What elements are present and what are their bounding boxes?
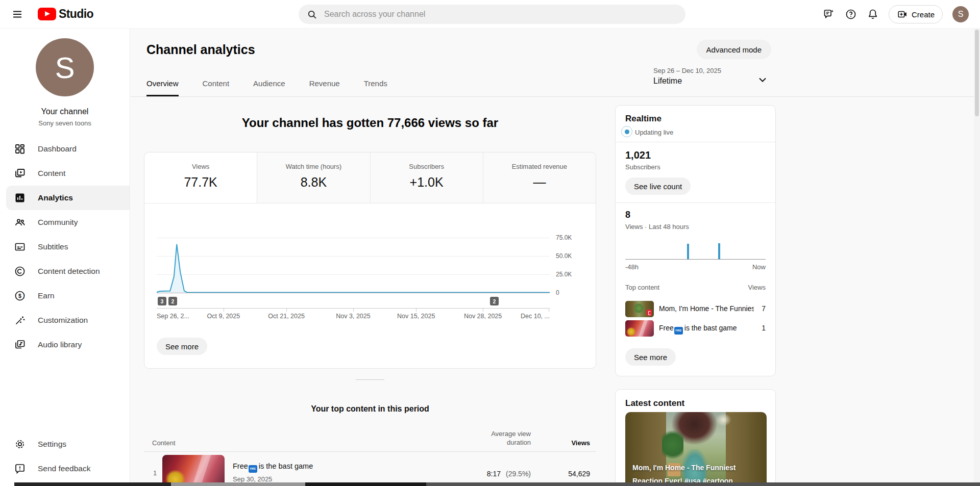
vertical-scrollbar[interactable] <box>974 29 980 482</box>
channel-name: Your channel <box>0 107 130 116</box>
x-tick-mark <box>224 309 224 312</box>
video-title-prefix: Free <box>659 324 674 332</box>
video-title: FreeFIREis the bast game <box>233 462 313 473</box>
title-badge-icon: FIRE <box>249 465 257 473</box>
latest-content-card: Latest content Mom, I'm Home - The Funni… <box>615 389 776 486</box>
realtime-content-row[interactable]: FreeFIREis the bast game 1 <box>625 320 766 337</box>
chevron-down-icon <box>756 73 769 86</box>
video-title-suffix: is the bast game <box>684 324 737 332</box>
hamburger-menu-icon[interactable] <box>11 8 23 20</box>
account-avatar[interactable]: S <box>952 6 969 22</box>
column-header-content[interactable]: Content <box>152 439 176 447</box>
metric-estimated-revenue[interactable]: Estimated revenue — <box>483 152 596 203</box>
sidebar-item-settings[interactable]: Settings <box>0 432 130 456</box>
audio-library-icon <box>14 339 26 351</box>
tab-trends[interactable]: Trends <box>364 79 387 96</box>
sidebar-item-send-feedback[interactable]: Send feedback <box>0 456 130 481</box>
advanced-mode-button[interactable]: Advanced mode <box>697 40 771 59</box>
see-more-button[interactable]: See more <box>157 338 207 355</box>
youtube-studio-logo[interactable]: Studio <box>38 7 93 21</box>
section-divider <box>356 379 384 380</box>
sidebar-item-label: Settings <box>38 440 66 449</box>
chart-y-axis-labels: 75.0K50.0K25.0K0 <box>556 228 592 293</box>
top-bar: Studio Create S <box>0 0 980 29</box>
chart-event-marker[interactable]: 3 <box>158 297 166 305</box>
see-live-count-button[interactable]: See live count <box>625 177 691 195</box>
chart-x-axis <box>157 308 550 312</box>
video-thumbnail: FREE FIRE <box>162 455 225 486</box>
x-tick-mark <box>549 309 549 312</box>
realtime-content-row[interactable]: Mom, I'm Home - The Funnies... 7 <box>625 301 766 317</box>
subtitles-icon <box>14 241 26 253</box>
views-line-chart <box>157 228 550 293</box>
sidebar-item-community[interactable]: Community <box>0 210 130 235</box>
metric-views[interactable]: Views 77.7K <box>144 152 257 203</box>
sidebar-item-label: Content detection <box>38 267 100 276</box>
views-cell: 54,629 <box>568 470 590 478</box>
realtime-axis-labels: -48h Now <box>625 263 766 271</box>
magic-wand-icon <box>14 314 26 326</box>
tab-audience[interactable]: Audience <box>253 79 285 96</box>
x-tick-label: Nov 3, 2025 <box>336 313 370 320</box>
table-row[interactable]: 1 FREE FIRE FreeFIREis the bast game Sep… <box>144 452 596 486</box>
channel-avatar[interactable]: S <box>36 38 94 96</box>
metric-value: 8.8K <box>257 175 370 190</box>
notifications-bell-icon[interactable] <box>867 8 879 20</box>
channel-subtitle: Sony seven toons <box>0 119 130 127</box>
video-thumbnail <box>625 301 654 317</box>
search-bar[interactable] <box>299 5 685 24</box>
sidebar-item-audio-library[interactable]: Audio library <box>0 332 130 357</box>
metric-watch-time[interactable]: Watch time (hours) 8.8K <box>257 152 370 203</box>
search-icon <box>307 9 317 20</box>
metric-label: Subscribers <box>371 163 483 170</box>
sidebar-nav: Dashboard Content Analytics Community Su… <box>0 137 130 357</box>
analytics-overview-panel: Your channel has gotten 77,666 views so … <box>131 97 980 486</box>
realtime-top-content-header: Top content Views <box>625 284 766 291</box>
channel-avatar-initial: S <box>55 50 75 85</box>
realtime-bar <box>718 243 720 259</box>
x-tick-label: Nov 15, 2025 <box>397 313 435 320</box>
help-icon[interactable] <box>845 8 857 20</box>
date-range-picker[interactable]: Sep 26 – Dec 10, 2025 Lifetime <box>653 67 769 86</box>
feedback-comment-icon[interactable] <box>823 8 835 20</box>
metric-subscribers[interactable]: Subscribers +1.0K <box>371 152 483 203</box>
column-header-avg-view-duration[interactable]: Average view duration <box>475 429 531 447</box>
sidebar-item-dashboard[interactable]: Dashboard <box>0 137 130 161</box>
chart-event-marker[interactable]: 2 <box>490 297 499 305</box>
tab-content[interactable]: Content <box>203 79 230 96</box>
sidebar-item-content[interactable]: Content <box>0 161 130 186</box>
main-content: Channel analytics Overview Content Audie… <box>131 29 980 486</box>
sidebar-item-subtitles[interactable]: Subtitles <box>0 235 130 259</box>
latest-video-thumbnail[interactable]: Mom, I'm Home - The Funniest Reaction Ev… <box>625 412 767 486</box>
video-views: 7 <box>762 304 766 313</box>
create-button-label: Create <box>912 10 935 19</box>
column-header-views[interactable]: Views <box>571 439 590 447</box>
sidebar-item-content-detection[interactable]: Content detection <box>0 259 130 284</box>
live-dot <box>625 130 629 134</box>
sidebar-item-earn[interactable]: $ Earn <box>0 284 130 308</box>
sidebar-item-label: Dashboard <box>38 144 77 154</box>
sidebar-item-analytics[interactable]: Analytics <box>6 186 130 210</box>
bottom-edge-strip <box>0 482 980 486</box>
top-content-table: Content Average view duration Views 1 FR… <box>144 431 596 486</box>
chart-event-marker[interactable]: 2 <box>168 297 177 305</box>
axis-label-right: Now <box>752 263 766 271</box>
thumbnail-badge <box>647 310 652 316</box>
tab-revenue[interactable]: Revenue <box>309 79 340 96</box>
scrollbar-thumb[interactable] <box>975 30 979 116</box>
tab-overview[interactable]: Overview <box>146 79 179 96</box>
realtime-card: Realtime Updating live 1,021 Subscribers… <box>615 105 776 376</box>
feedback-icon <box>14 463 26 475</box>
metric-label: Views <box>144 163 257 170</box>
sidebar-item-label: Analytics <box>38 193 73 202</box>
views-line-series <box>157 228 550 293</box>
create-button[interactable]: Create <box>889 5 943 23</box>
live-pulse-icon <box>621 126 632 137</box>
y-tick-label: 25.0K <box>556 271 572 278</box>
sidebar-item-label: Subtitles <box>38 242 68 251</box>
search-input[interactable] <box>324 10 677 19</box>
page-title: Channel analytics <box>146 42 255 57</box>
sidebar-item-customization[interactable]: Customization <box>0 308 130 332</box>
realtime-see-more-button[interactable]: See more <box>625 348 676 366</box>
latest-content-title: Latest content <box>625 398 684 408</box>
